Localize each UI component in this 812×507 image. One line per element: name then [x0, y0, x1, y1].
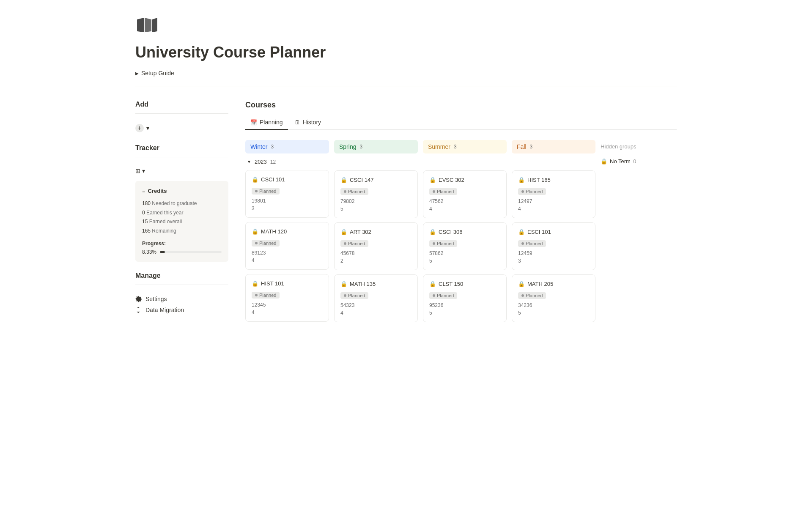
card-id-math205: 34236 — [518, 302, 589, 308]
settings-item[interactable]: Settings — [135, 293, 228, 304]
card-id-evsc302: 47562 — [429, 198, 500, 204]
course-card-math120[interactable]: 🔒 MATH 120 Planned 89123 4 — [245, 222, 329, 270]
card-id-csci306: 57862 — [429, 250, 500, 256]
card-math120-header: 🔒 MATH 120 — [252, 228, 323, 235]
page-title: University Course Planner — [135, 44, 677, 61]
status-badge-hist101: Planned — [252, 292, 280, 299]
setup-guide-label: Setup Guide — [141, 70, 174, 77]
hidden-groups-title: Hidden groups — [601, 140, 677, 153]
course-card-csci101[interactable]: 🔒 CSCI 101 Planned 19801 3 — [245, 170, 329, 218]
course-card-evsc302[interactable]: 🔒 EVSC 302 Planned 47562 4 — [423, 170, 507, 218]
settings-label: Settings — [145, 296, 167, 302]
tracker-view-button[interactable]: ⊞ ▾ — [135, 166, 145, 176]
course-card-hist101[interactable]: 🔒 HIST 101 Planned 12345 4 — [245, 274, 329, 322]
status-badge-hist165: Planned — [518, 188, 546, 195]
course-card-esci101[interactable]: 🔒 ESCI 101 Planned 12459 3 — [512, 222, 595, 270]
card-id-csci147: 79802 — [340, 198, 411, 204]
spring-label: Spring — [339, 143, 356, 150]
tracker-chevron: ▾ — [142, 167, 145, 174]
lock-icon-math135: 🔒 — [340, 281, 347, 287]
card-esci101-header: 🔒 ESCI 101 — [518, 229, 589, 235]
progress-label: Progress: — [142, 241, 222, 247]
card-math205-header: 🔒 MATH 205 — [518, 281, 589, 287]
main-content: Courses 📅 Planning 🗓 History — [245, 101, 677, 331]
fall-column-header: Fall 3 — [512, 140, 595, 153]
course-card-csci147[interactable]: 🔒 CSCI 147 Planned 79802 5 — [334, 170, 418, 218]
card-id-hist165: 12497 — [518, 198, 589, 204]
card-evsc302-header: 🔒 EVSC 302 — [429, 177, 500, 183]
course-name-math205: MATH 205 — [527, 281, 553, 287]
fall-label: Fall — [517, 143, 527, 150]
card-csci147-header: 🔒 CSCI 147 — [340, 177, 411, 183]
data-migration-item[interactable]: Data Migration — [135, 304, 228, 315]
card-id-art302: 45678 — [340, 250, 411, 256]
tab-history[interactable]: 🗓 History — [290, 115, 326, 130]
course-name-csci101: CSCI 101 — [261, 176, 285, 183]
course-card-clst150[interactable]: 🔒 CLST 150 Planned 95236 5 — [423, 274, 507, 322]
tracker-title: Tracker — [135, 144, 228, 152]
card-id-math135: 54323 — [340, 302, 411, 308]
history-tab-icon: 🗓 — [295, 119, 300, 126]
year-collapse-arrow[interactable]: ▼ — [247, 159, 251, 164]
setup-guide[interactable]: ▶ Setup Guide — [135, 70, 677, 77]
course-card-math135[interactable]: 🔒 MATH 135 Planned 54323 4 — [334, 274, 418, 322]
course-card-art302[interactable]: 🔒 ART 302 Planned 45678 2 — [334, 222, 418, 270]
summer-label: Summer — [428, 143, 450, 150]
lock-icon-math205: 🔒 — [518, 281, 525, 287]
lock-icon-csci306: 🔒 — [429, 229, 436, 235]
status-badge-math135: Planned — [340, 292, 368, 299]
card-credits-esci101: 3 — [518, 258, 589, 264]
spring-count: 3 — [359, 144, 362, 150]
course-card-csci306[interactable]: 🔒 CSCI 306 Planned 57862 5 — [423, 222, 507, 270]
credits-card: ≡ Credits 180 Needed to graduate 0 Earne… — [135, 181, 228, 262]
add-button[interactable]: + ▾ — [135, 122, 149, 134]
winter-count: 3 — [271, 144, 274, 150]
year-group-summer: 🔒 EVSC 302 Planned 47562 4 🔒 CSC — [423, 159, 507, 322]
card-hist165-header: 🔒 HIST 165 — [518, 177, 589, 183]
status-badge-math120: Planned — [252, 240, 280, 247]
app-logo — [135, 17, 677, 35]
card-credits-csci306: 5 — [429, 258, 500, 264]
year-count: 12 — [270, 159, 276, 165]
status-badge-csci306: Planned — [429, 240, 457, 247]
card-clst150-header: 🔒 CLST 150 — [429, 281, 500, 287]
status-badge-clst150: Planned — [429, 292, 457, 299]
plus-icon: + — [135, 124, 144, 132]
card-hist101-header: 🔒 HIST 101 — [252, 280, 323, 287]
lock-icon-no-term: 🔒 — [601, 158, 607, 164]
columns-container: Winter 3 ▼ 2023 12 — [245, 140, 595, 331]
year-group-winter: ▼ 2023 12 🔒 CSCI 101 Planned 19801 — [245, 159, 329, 322]
tracker-section: Tracker ⊞ ▾ ≡ Credits 180 Needed to grad… — [135, 144, 228, 262]
tab-planning[interactable]: 📅 Planning — [245, 115, 288, 130]
card-credits-math120: 4 — [252, 258, 323, 263]
no-term-item[interactable]: 🔒 No Term 0 — [601, 158, 677, 164]
data-migration-icon — [135, 307, 142, 313]
course-name-art302: ART 302 — [350, 229, 371, 235]
card-credits-math205: 5 — [518, 310, 589, 316]
progress-bar-background — [160, 251, 222, 253]
year-group-spring: 🔒 CSCI 147 Planned 79802 5 🔒 ART — [334, 159, 418, 322]
course-card-math205[interactable]: 🔒 MATH 205 Planned 34236 5 — [512, 274, 595, 322]
credits-stack-icon: ≡ — [142, 188, 145, 194]
lock-icon-math120: 🔒 — [252, 228, 258, 235]
tabs-container: 📅 Planning 🗓 History — [245, 115, 677, 130]
lock-icon-hist165: 🔒 — [518, 177, 525, 183]
status-badge-art302: Planned — [340, 240, 368, 247]
add-chevron: ▾ — [146, 125, 149, 132]
card-credits-art302: 2 — [340, 258, 411, 264]
year-group-fall: 🔒 HIST 165 Planned 12497 4 🔒 ESC — [512, 159, 595, 322]
course-card-hist165[interactable]: 🔒 HIST 165 Planned 12497 4 — [512, 170, 595, 218]
summer-count: 3 — [454, 144, 457, 150]
fall-count: 3 — [530, 144, 533, 150]
column-fall: Fall 3 🔒 HIST 165 Planned 1 — [512, 140, 595, 331]
card-art302-header: 🔒 ART 302 — [340, 229, 411, 235]
card-csci306-header: 🔒 CSCI 306 — [429, 229, 500, 235]
lock-icon: 🔒 — [252, 176, 258, 183]
card-credits-hist101: 4 — [252, 310, 323, 315]
lock-icon-csci147: 🔒 — [340, 177, 347, 183]
data-migration-label: Data Migration — [145, 307, 184, 313]
card-csci101-header: 🔒 CSCI 101 — [252, 176, 323, 183]
settings-icon — [135, 296, 142, 302]
manage-title: Manage — [135, 272, 228, 280]
winter-label: Winter — [250, 143, 267, 150]
